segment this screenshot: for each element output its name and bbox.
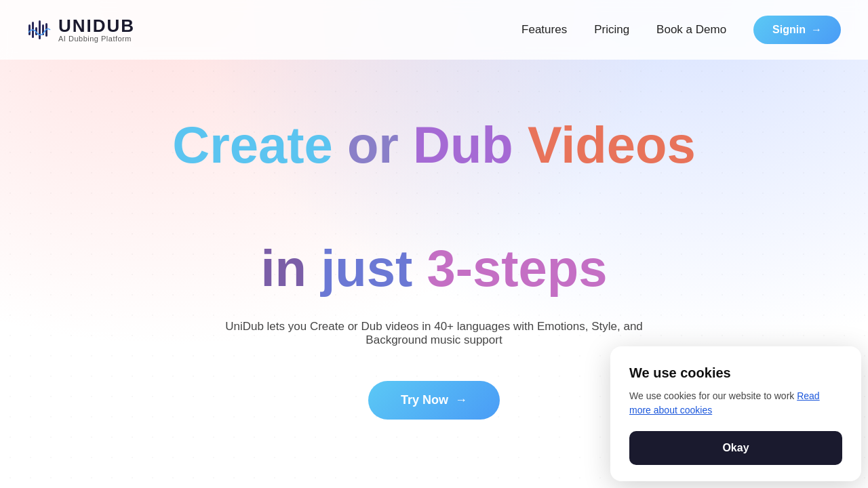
hero-title-dub: Dub [413,116,528,174]
logo-name: UNIDUB [58,17,135,35]
cookie-title: We use cookies [629,365,842,381]
cookie-okay-button[interactable]: Okay [629,431,842,465]
hero-title-steps: 3-steps [427,239,607,297]
hero-subtitle: UniDub lets you Create or Dub videos in … [197,320,671,347]
hero-title-just: just [321,239,427,297]
nav-book-demo[interactable]: Book a Demo [656,23,726,37]
logo-text: UNIDUB AI Dubbing Platform [58,17,135,43]
nav-features[interactable]: Features [521,23,567,37]
signin-button[interactable]: Signin → [753,16,841,44]
logo-icon [27,18,52,42]
hero-title-in: in [260,239,321,297]
cookie-body: We use cookies for our website to work R… [629,389,842,418]
navigation: Features Pricing Book a Demo Signin → [521,16,841,44]
hero-title-videos: Videos [528,116,696,174]
svg-rect-3 [39,20,41,39]
svg-rect-0 [28,24,31,35]
hero-title: Create or Dub Videos in just 3-steps [172,114,696,300]
logo: UNIDUB AI Dubbing Platform [27,17,135,43]
try-now-button[interactable]: Try Now → [368,381,500,420]
cookie-banner: We use cookies We use cookies for our we… [610,346,861,481]
logo-subtitle: AI Dubbing Platform [58,35,135,43]
header: UNIDUB AI Dubbing Platform Features Pric… [0,0,868,60]
nav-pricing[interactable]: Pricing [594,23,629,37]
hero-title-or: or [347,116,413,174]
hero-title-create: Create [172,116,347,174]
